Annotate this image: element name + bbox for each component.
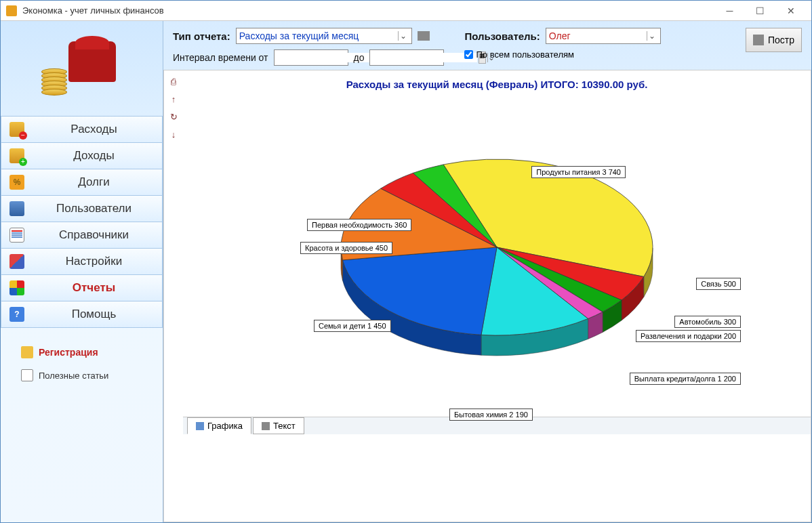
chart-area: ⎙ ↑ ↻ ↓ Расходы за текущий месяц (Феврал…	[163, 70, 811, 522]
articles-link[interactable]: Полезные статьи	[21, 364, 142, 387]
toolbar: Тип отчета: Расходы за текущий месяц ⌄ И…	[163, 21, 811, 70]
titlebar: Экономка - учет личных финансов ─ ☐ ✕	[1, 1, 811, 21]
user-label: Пользователь:	[464, 30, 540, 42]
logo-area	[1, 21, 163, 116]
rotate-icon[interactable]: ↻	[167, 111, 180, 122]
sidebar: Расходы Доходы % Долги Пользователи Спра…	[1, 21, 163, 522]
to-label: до	[354, 52, 365, 63]
chart-label: Семья и дети 1 450	[314, 320, 391, 332]
list-icon	[9, 228, 24, 243]
interval-label: Интервал времени от	[173, 52, 268, 63]
all-users-checkbox[interactable]	[464, 50, 473, 59]
sidebar-item-help[interactable]: ? Помощь	[1, 301, 163, 328]
tab-text[interactable]: Текст	[253, 417, 304, 434]
date-to-input[interactable]: ▦ ⌄	[369, 49, 444, 66]
window-title: Экономка - учет личных финансов	[22, 5, 714, 16]
percent-icon: %	[9, 175, 24, 190]
print-icon[interactable]: ⎙	[167, 76, 180, 87]
document-icon	[21, 369, 33, 381]
text-icon	[262, 422, 270, 430]
chart-label: Продукты питания 3 740	[531, 166, 626, 178]
sidebar-item-settings[interactable]: Настройки	[1, 248, 163, 275]
piechart-icon	[9, 280, 24, 295]
nav: Расходы Доходы % Долги Пользователи Спра…	[1, 116, 163, 327]
chart-label: Развлечения и подарки 200	[636, 330, 741, 342]
chart-label: Автомобиль 300	[674, 316, 741, 328]
sidebar-item-users[interactable]: Пользователи	[1, 195, 163, 222]
chart-label: Выплата кредита/долга 1 200	[630, 373, 741, 385]
date-from-input[interactable]: ▦ ⌄	[274, 49, 348, 66]
build-icon	[753, 35, 764, 45]
coins-minus-icon	[9, 122, 24, 137]
sidebar-item-refs[interactable]: Справочники	[1, 222, 163, 249]
chart-icon	[196, 422, 204, 430]
users-icon	[9, 201, 24, 216]
chevron-down-icon[interactable]: ⌄	[398, 31, 409, 41]
report-type-select[interactable]: Расходы за текущий месяц ⌄	[236, 28, 412, 44]
coins-plus-icon	[9, 148, 24, 163]
chart-label: Первая необходимость 360	[307, 219, 411, 231]
wallet-logo-icon	[41, 35, 123, 102]
sidebar-item-reports[interactable]: Отчеты	[1, 274, 163, 301]
report-type-label: Тип отчета:	[173, 30, 230, 42]
chart-title: Расходы за текущий месяц (Февраль) ИТОГО…	[183, 70, 811, 98]
key-icon	[21, 346, 33, 358]
chart-tools: ⎙ ↑ ↻ ↓	[164, 70, 183, 522]
sidebar-item-debts[interactable]: % Долги	[1, 169, 163, 196]
all-users-checkbox-row[interactable]: По всем пользователям	[464, 49, 660, 60]
book-icon[interactable]	[418, 31, 430, 41]
pie-chart: Продукты питания 3 740Связь 500Автомобил…	[266, 112, 727, 417]
tab-graphics[interactable]: Графика	[187, 417, 251, 434]
arrow-down-icon[interactable]: ↓	[167, 129, 180, 140]
tools-icon	[9, 254, 24, 269]
build-report-button[interactable]: Постр	[746, 28, 802, 52]
arrow-up-icon[interactable]: ↑	[167, 93, 180, 104]
help-icon: ?	[9, 307, 24, 322]
maximize-button[interactable]: ☐	[745, 1, 775, 20]
user-select[interactable]: Олег ⌄	[546, 28, 661, 44]
sidebar-item-expenses[interactable]: Расходы	[1, 116, 163, 143]
chart-label: Красота и здоровье 450	[300, 242, 392, 254]
chart-label: Бытовая химия 2 190	[449, 409, 533, 421]
app-icon	[6, 5, 17, 16]
close-button[interactable]: ✕	[775, 1, 806, 20]
sidebar-item-income[interactable]: Доходы	[1, 142, 163, 169]
minimize-button[interactable]: ─	[714, 1, 745, 20]
chart-label: Связь 500	[696, 278, 741, 290]
registration-link[interactable]: Регистрация	[21, 341, 142, 364]
chevron-down-icon[interactable]: ⌄	[647, 31, 657, 41]
